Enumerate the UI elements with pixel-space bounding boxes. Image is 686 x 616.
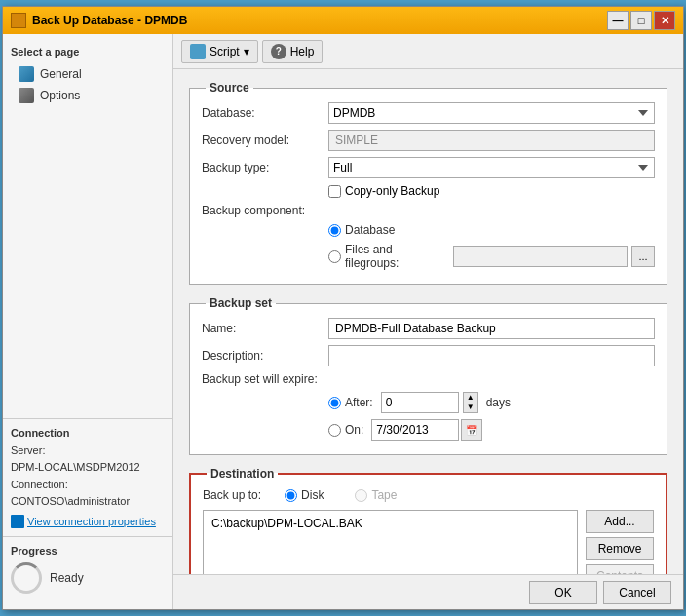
remove-button[interactable]: Remove <box>586 537 654 560</box>
sidebar-label-general: General <box>40 67 82 81</box>
main-window: Back Up Database - DPMDB — □ ✕ Select a … <box>2 6 684 610</box>
backup-type-row: Backup type: Full <box>202 157 655 178</box>
add-button[interactable]: Add... <box>586 510 654 533</box>
recovery-model-control <box>328 130 655 151</box>
progress-status: Ready <box>50 571 84 585</box>
script-dropdown-icon[interactable]: ▾ <box>244 45 249 58</box>
form-area: Source Database: DPMDB Recovery model: <box>173 69 683 574</box>
disk-radio-group: Disk <box>285 488 324 502</box>
dest-list-item: C:\backup\DPM-LOCAL.BAK <box>208 515 573 532</box>
source-fieldset: Source Database: DPMDB Recovery model: <box>189 81 667 285</box>
description-row: Description: <box>202 345 655 366</box>
database-control: DPMDB <box>328 102 655 124</box>
sidebar-item-options[interactable]: Options <box>3 85 172 106</box>
progress-content: Ready <box>11 562 165 594</box>
connection-value: CONTOSO\administrator <box>11 493 165 511</box>
expire-label: Backup set will expire: <box>202 372 328 386</box>
dest-list-area: C:\backup\DPM-LOCAL.BAK Add... Remove Co… <box>203 510 654 574</box>
database-select[interactable]: DPMDB <box>328 102 655 124</box>
help-label: Help <box>290 45 315 58</box>
copy-only-checkbox[interactable] <box>328 185 341 198</box>
main-panel: Script ▾ ? Help Source Database: <box>173 34 683 609</box>
options-icon <box>19 88 34 103</box>
progress-spinner <box>11 562 42 594</box>
help-button[interactable]: ? Help <box>262 40 324 63</box>
destination-list[interactable]: C:\backup\DPM-LOCAL.BAK <box>203 510 578 574</box>
connection-title: Connection <box>11 427 165 439</box>
after-down-arrow[interactable]: ▼ <box>464 403 477 412</box>
calendar-button[interactable]: 📅 <box>461 419 482 441</box>
script-icon <box>190 44 206 59</box>
files-input <box>453 246 628 267</box>
after-spinner-arrows: ▲ ▼ <box>463 392 478 413</box>
description-input[interactable] <box>328 345 655 366</box>
destination-fieldset: Destination Back up to: Disk Tape <box>189 467 667 574</box>
close-button[interactable]: ✕ <box>654 11 675 30</box>
recovery-model-label: Recovery model: <box>202 134 328 147</box>
sidebar-label-options: Options <box>40 89 80 102</box>
after-spinner: ▲ ▼ days <box>381 392 511 413</box>
name-label: Name: <box>202 322 328 335</box>
after-up-arrow[interactable]: ▲ <box>464 393 477 403</box>
tape-radio-label: Tape <box>371 488 397 502</box>
connection-section: Connection Server: DPM-LOCAL\MSDPM2012 C… <box>3 418 172 536</box>
content-area: Select a page General Options Connection… <box>3 34 683 609</box>
description-control <box>328 345 655 366</box>
tape-radio[interactable] <box>355 489 367 502</box>
name-row: Name: <box>202 318 655 339</box>
after-input[interactable] <box>381 392 459 413</box>
ok-button[interactable]: OK <box>529 581 597 604</box>
copy-only-row: Copy-only Backup <box>328 184 655 198</box>
title-bar: Back Up Database - DPMDB — □ ✕ <box>3 7 683 34</box>
destination-legend: Destination <box>207 467 278 481</box>
cancel-button[interactable]: Cancel <box>603 581 671 604</box>
window-title: Back Up Database - DPMDB <box>32 14 187 27</box>
progress-section: Progress Ready <box>3 536 172 601</box>
server-label: Server: <box>11 443 165 460</box>
minimize-button[interactable]: — <box>607 11 629 30</box>
after-radio-group: After: <box>328 396 373 409</box>
description-label: Description: <box>202 349 328 363</box>
sidebar-section-title: Select a page <box>3 42 172 63</box>
database-label: Database: <box>202 106 328 120</box>
dest-buttons: Add... Remove Contents <box>586 510 654 574</box>
files-browse-button[interactable]: ... <box>631 246 655 267</box>
disk-radio-label: Disk <box>301 488 324 502</box>
disk-radio[interactable] <box>285 489 297 502</box>
name-input[interactable] <box>328 318 655 339</box>
name-control <box>328 318 655 339</box>
title-bar-left: Back Up Database - DPMDB <box>11 13 187 28</box>
component-files-radio[interactable] <box>328 250 341 263</box>
server-value: DPM-LOCAL\MSDPM2012 <box>11 459 165 477</box>
connection-info: Server: DPM-LOCAL\MSDPM2012 Connection: … <box>11 443 165 511</box>
script-label: Script <box>210 45 240 58</box>
component-database-radio-label: Database <box>345 223 395 237</box>
view-connection-link[interactable]: View connection properties <box>11 515 165 528</box>
on-date-input[interactable] <box>371 419 459 441</box>
back-up-to-label: Back up to: <box>203 488 261 502</box>
on-radio[interactable] <box>328 424 341 437</box>
backup-set-fieldset: Backup set Name: Description: <box>189 296 667 455</box>
contents-button[interactable]: Contents <box>586 564 654 574</box>
backup-type-select[interactable]: Full <box>328 157 655 178</box>
on-date-wrap: 📅 <box>371 419 482 441</box>
component-database-radio[interactable] <box>328 224 341 237</box>
help-icon: ? <box>271 44 286 59</box>
component-files-row: Files and filegroups: ... <box>328 243 655 270</box>
recovery-model-input <box>328 130 655 151</box>
maximize-button[interactable]: □ <box>630 11 652 30</box>
expire-label-row: Backup set will expire: <box>202 372 655 386</box>
after-row: After: ▲ ▼ days <box>328 392 655 413</box>
component-files-radio-label: Files and filegroups: <box>345 243 449 270</box>
after-radio[interactable] <box>328 397 341 409</box>
script-button[interactable]: Script ▾ <box>181 40 258 63</box>
tape-radio-group: Tape <box>355 488 397 502</box>
on-radio-group: On: <box>328 423 363 437</box>
sidebar-item-general[interactable]: General <box>3 63 172 85</box>
bottom-bar: OK Cancel <box>173 574 683 609</box>
general-icon <box>19 66 34 82</box>
backup-component-row: Backup component: <box>202 204 655 217</box>
backup-component-label: Backup component: <box>202 204 328 217</box>
component-database-radio-group: Database <box>328 223 395 237</box>
component-files-radio-group: Files and filegroups: ... <box>328 243 655 270</box>
